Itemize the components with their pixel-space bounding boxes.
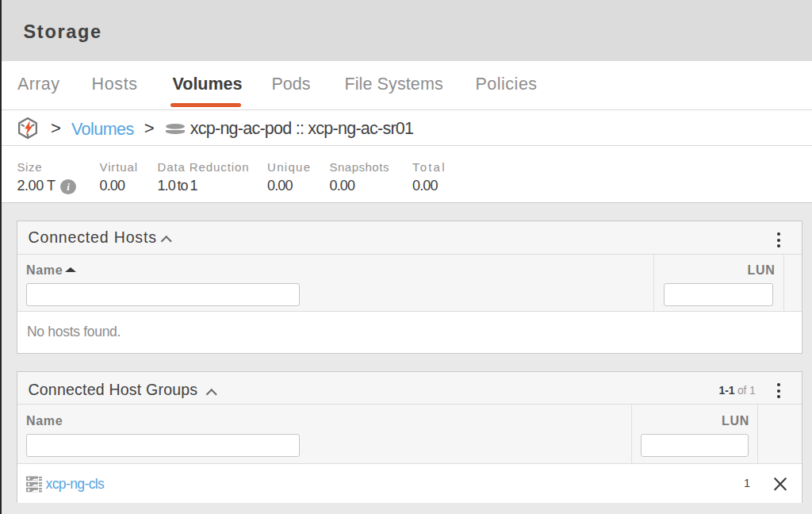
svg-text:i: i	[67, 181, 70, 193]
